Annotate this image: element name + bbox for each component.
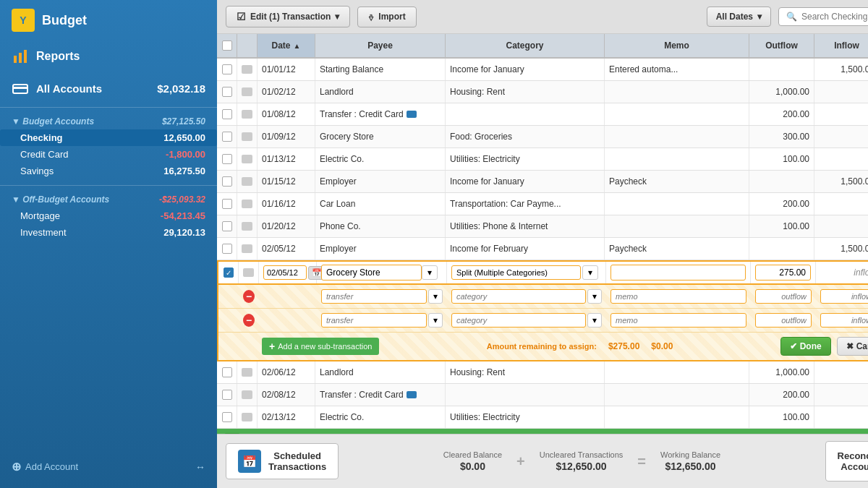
row-checkbox[interactable] xyxy=(222,412,232,422)
row-checkbox[interactable] xyxy=(222,367,232,377)
split-row2-inflow-cell[interactable] xyxy=(816,310,868,330)
all-accounts-nav[interactable]: All Accounts $2,032.18 xyxy=(0,72,217,104)
transaction-row[interactable]: 01/09/12 Grocery Store Food: Groceries 3… xyxy=(217,126,868,148)
header-outflow[interactable]: Outflow xyxy=(749,34,814,57)
checking-account[interactable]: Checking 12,650.00 xyxy=(0,129,217,146)
row-checkbox-cell[interactable] xyxy=(217,103,237,125)
row-checkbox[interactable] xyxy=(222,221,232,231)
reports-nav-item[interactable]: Reports xyxy=(0,40,217,72)
split-1-inflow-input[interactable] xyxy=(820,289,868,304)
edit-row-outflow-cell[interactable] xyxy=(751,262,816,283)
all-dates-button[interactable]: All Dates ▾ xyxy=(707,7,771,27)
edit-row-payee-cell[interactable]: ▾ xyxy=(317,262,447,283)
select-all-checkbox[interactable] xyxy=(222,40,232,51)
split-2-transfer-input[interactable] xyxy=(321,313,427,328)
split-1-transfer-dropdown[interactable]: ▾ xyxy=(428,289,443,304)
transaction-row[interactable]: 02/05/12 Employer Income for February Pa… xyxy=(217,238,868,260)
done-button[interactable]: ✔ Done xyxy=(780,337,831,356)
split-1-outflow-input[interactable] xyxy=(755,289,812,304)
split-2-inflow-input[interactable] xyxy=(820,313,868,328)
split-row1-outflow-cell[interactable] xyxy=(751,286,816,307)
row-checkbox-cell[interactable] xyxy=(217,238,237,260)
split-row1-remove-cell[interactable]: − xyxy=(239,286,259,307)
row-checkbox-cell[interactable] xyxy=(217,171,237,192)
add-transaction-bar[interactable]: + Add a new transaction xyxy=(217,429,868,434)
transaction-row[interactable]: 01/20/12 Phone Co. Utilities: Phone & In… xyxy=(217,215,868,238)
date-input[interactable] xyxy=(263,265,307,280)
payee-dropdown-button[interactable]: ▾ xyxy=(422,265,438,280)
row-checkbox-cell[interactable] xyxy=(217,384,237,406)
search-box[interactable]: 🔍 xyxy=(778,7,868,26)
header-date[interactable]: Date ▲ xyxy=(258,34,315,57)
split-2-category-dropdown[interactable]: ▾ xyxy=(587,313,602,328)
add-sub-transaction-button[interactable]: + Add a new sub-transaction xyxy=(262,338,379,355)
edit-transaction-button[interactable]: ☑ Edit (1) Transaction ▾ xyxy=(226,6,350,27)
row-checkbox[interactable] xyxy=(222,64,232,74)
transaction-row[interactable]: 01/01/12 Starting Balance Income for Jan… xyxy=(217,59,868,81)
edit-row-memo-cell[interactable] xyxy=(606,262,751,283)
payee-input[interactable] xyxy=(321,265,422,281)
row-checkbox[interactable] xyxy=(222,87,232,97)
credit-card-account[interactable]: Credit Card -1,800.00 xyxy=(0,146,217,163)
investment-account[interactable]: Investment 29,120.13 xyxy=(0,224,217,241)
split-row2-transfer-cell[interactable]: ▾ xyxy=(317,310,447,330)
transaction-row[interactable]: 01/08/12 Transfer : Credit Card 200.00 C xyxy=(217,103,868,126)
edit-row-checkbox[interactable]: ✓ xyxy=(224,267,234,278)
row-checkbox[interactable] xyxy=(222,244,232,254)
row-checkbox[interactable] xyxy=(222,176,232,187)
split-1-transfer-input[interactable] xyxy=(321,289,427,304)
transaction-row[interactable]: 02/08/12 Transfer : Credit Card 200.00 C xyxy=(217,384,868,406)
import-button[interactable]: ⎀ Import xyxy=(357,7,416,27)
budget-accounts-group[interactable]: ▼ Budget Accounts $27,125.50 xyxy=(0,111,217,129)
savings-account[interactable]: Savings 16,275.50 xyxy=(0,163,217,179)
cancel-button[interactable]: ✖ Cancel xyxy=(837,337,868,356)
transaction-row[interactable]: 02/13/12 Electric Co. Utilities: Electri… xyxy=(217,406,868,429)
split-row2-remove-cell[interactable]: − xyxy=(239,310,259,330)
split-2-memo-input[interactable] xyxy=(610,313,746,328)
mortgage-account[interactable]: Mortgage -54,213.45 xyxy=(0,207,217,224)
transaction-row[interactable]: 01/02/12 Landlord Housing: Rent 1,000.00… xyxy=(217,81,868,103)
row-checkbox[interactable] xyxy=(222,199,232,209)
split-2-outflow-input[interactable] xyxy=(755,313,812,328)
search-input[interactable] xyxy=(801,12,868,22)
split-row1-transfer-cell[interactable]: ▾ xyxy=(317,286,447,307)
row-checkbox[interactable] xyxy=(222,132,232,142)
split-row1-memo-cell[interactable] xyxy=(606,286,751,307)
edit-row-inflow-cell[interactable]: inflow xyxy=(816,262,868,283)
split-2-transfer-dropdown[interactable]: ▾ xyxy=(428,313,443,328)
transaction-row[interactable]: 02/06/12 Landlord Housing: Rent 1,000.00… xyxy=(217,361,868,384)
category-input[interactable] xyxy=(451,265,581,280)
header-checkbox[interactable] xyxy=(217,34,237,57)
transaction-row[interactable]: 01/15/12 Employer Income for January Pay… xyxy=(217,171,868,193)
split-1-memo-input[interactable] xyxy=(610,289,746,304)
split-row2-outflow-cell[interactable] xyxy=(751,310,816,330)
transaction-row[interactable]: 01/13/12 Electric Co. Utilities: Electri… xyxy=(217,148,868,171)
header-category[interactable]: Category xyxy=(446,34,605,57)
category-dropdown-button[interactable]: ▾ xyxy=(582,265,598,280)
row-checkbox-cell[interactable] xyxy=(217,193,237,215)
row-checkbox-cell[interactable] xyxy=(217,215,237,237)
split-2-category-input[interactable] xyxy=(451,313,586,328)
budget-nav-item[interactable]: Y Budget xyxy=(0,0,217,40)
split-row2-category-cell[interactable]: ▾ xyxy=(447,310,606,330)
header-payee[interactable]: Payee xyxy=(315,34,446,57)
row-checkbox-cell[interactable] xyxy=(217,361,237,383)
row-checkbox-cell[interactable] xyxy=(217,406,237,428)
transaction-row[interactable]: 01/16/12 Car Loan Transportation: Car Pa… xyxy=(217,193,868,215)
split-row2-memo-cell[interactable] xyxy=(606,310,751,330)
split-1-category-input[interactable] xyxy=(451,289,586,304)
outflow-input[interactable] xyxy=(755,265,811,281)
split-1-category-dropdown[interactable]: ▾ xyxy=(587,289,602,304)
header-memo[interactable]: Memo xyxy=(605,34,749,57)
row-checkbox[interactable] xyxy=(222,390,232,400)
row-checkbox-cell[interactable] xyxy=(217,126,237,147)
edit-row-checkbox-cell[interactable]: ✓ xyxy=(218,262,239,283)
row-checkbox-cell[interactable] xyxy=(217,59,237,80)
add-account-button[interactable]: ⊕ Add Account ↔ xyxy=(0,453,217,481)
split-row1-inflow-cell[interactable] xyxy=(816,286,868,307)
edit-row-category-cell[interactable]: ▾ xyxy=(447,262,606,283)
row-checkbox-cell[interactable] xyxy=(217,148,237,170)
remove-split-2-button[interactable]: − xyxy=(243,314,255,327)
reconcile-account-button[interactable]: ReconcileAccount xyxy=(825,441,868,481)
row-checkbox[interactable] xyxy=(222,109,232,119)
